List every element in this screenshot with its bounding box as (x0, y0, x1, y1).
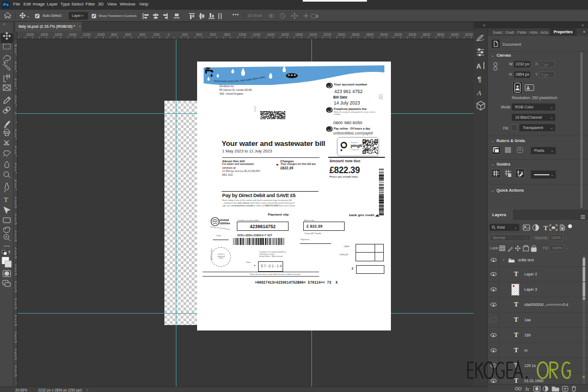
svg-text:fx: fx (525, 387, 530, 392)
svg-text:A: A (476, 63, 481, 70)
svg-text:¶: ¶ (477, 75, 481, 83)
svg-text:Bringing life from AlWaseig: Bringing life from AlWaseig (210, 225, 230, 230)
svg-text:Utilities: Utilities (219, 222, 230, 225)
svg-text:T: T (543, 224, 548, 231)
svg-text:T: T (4, 195, 8, 204)
svg-text:A: A (476, 89, 481, 97)
